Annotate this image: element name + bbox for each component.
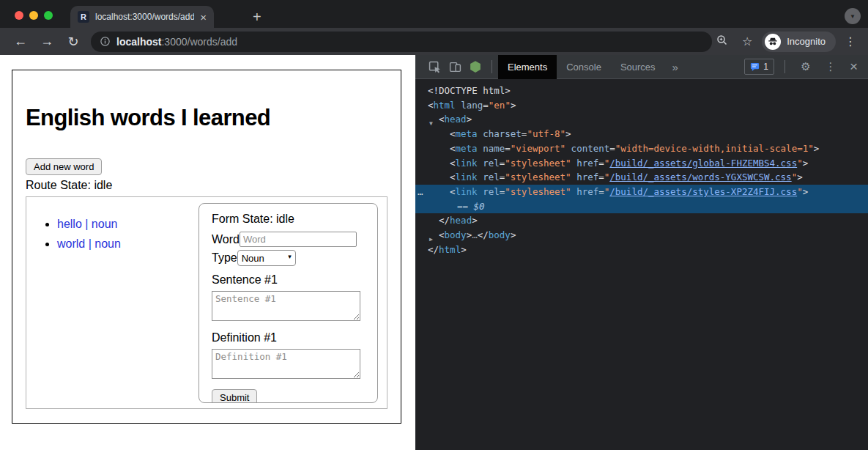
messages-count: 1 [763, 62, 768, 72]
url-text: localhost:3000/words/add [116, 36, 237, 48]
dom-tree-line[interactable]: ▶<body>…</body> [415, 228, 868, 243]
page-title: English words I learned [26, 105, 387, 131]
bookmark-star-icon[interactable]: ☆ [737, 34, 757, 48]
chat-bubble-icon [750, 62, 760, 72]
tab-search-button[interactable]: ▼ [845, 8, 861, 24]
devtools-toolbar: Elements Console Sources » 1 ⚙ ⋮ × [415, 55, 868, 79]
toolbar-divider [492, 60, 492, 73]
messages-badge[interactable]: 1 [744, 59, 774, 75]
dom-tree-line[interactable]: == $0 [415, 199, 868, 214]
close-window-button[interactable] [15, 11, 23, 20]
words-container: hello | noun world | noun Form State: id… [26, 196, 387, 409]
zoom-icon[interactable] [712, 34, 732, 49]
definition-label: Definition #1 [212, 331, 365, 344]
dom-tree-line[interactable]: </html> [415, 243, 868, 257]
page-info-icon[interactable] [100, 36, 111, 47]
tab-elements[interactable]: Elements [498, 55, 557, 79]
browser-menu-icon[interactable]: ⋮ [840, 34, 861, 48]
word-link[interactable]: world | noun [57, 237, 121, 250]
page-outer-box: English words I learned Add new word Rou… [12, 70, 401, 424]
submit-button[interactable]: Submit [212, 389, 257, 403]
minimize-window-button[interactable] [29, 11, 38, 20]
new-tab-button[interactable]: + [253, 7, 261, 27]
inspect-element-icon[interactable] [424, 61, 445, 73]
dom-tree-line[interactable]: <meta charset="utf-8"> [415, 127, 868, 141]
type-label: Type [212, 251, 237, 265]
dom-tree-line[interactable]: <link rel="stylesheet" href="/build/_ass… [415, 170, 868, 185]
dom-tree-line[interactable]: </head> [415, 213, 868, 228]
reload-button[interactable]: ↻ [60, 34, 86, 50]
tab-strip: R localhost:3000/words/add × + ▼ [0, 0, 868, 28]
incognito-icon [765, 34, 781, 50]
route-state-text: Route State: idle [26, 179, 387, 192]
remix-favicon-icon: R [78, 11, 89, 23]
tab-console[interactable]: Console [557, 55, 611, 79]
word-input[interactable] [240, 232, 357, 247]
tab-sources[interactable]: Sources [611, 55, 665, 79]
word-link[interactable]: hello | noun [57, 218, 117, 230]
dom-tree-line[interactable]: ▼<head> [415, 112, 868, 127]
device-toolbar-icon[interactable] [445, 61, 465, 73]
toolbar-divider [784, 60, 785, 73]
word-label: Word [212, 233, 240, 246]
forward-button[interactable]: → [34, 34, 60, 49]
node-overflow-icon[interactable]: … [418, 185, 423, 199]
dom-tree-line[interactable]: <!DOCTYPE html> [415, 84, 868, 98]
tab-title: localhost:3000/words/add [95, 12, 194, 22]
add-word-form: Form State: idle Word Type Noun ▾ [199, 203, 378, 403]
maximize-window-button[interactable] [44, 11, 53, 20]
dom-tree-line[interactable]: <meta name="viewport" content="width=dev… [415, 141, 868, 156]
node-debug-hexagon-icon[interactable] [465, 60, 486, 73]
dom-tree-line[interactable]: …<link rel="stylesheet" href="/build/_as… [415, 185, 868, 199]
definition-textarea[interactable] [212, 349, 360, 379]
incognito-badge: Incognito [762, 32, 836, 52]
close-devtools-icon[interactable]: × [845, 59, 862, 75]
devtools-toolbar-right: 1 ⚙ ⋮ × [744, 59, 868, 75]
tab-close-icon[interactable]: × [200, 12, 207, 23]
add-new-word-button[interactable]: Add new word [26, 158, 102, 175]
web-page-viewport: English words I learned Add new word Rou… [0, 55, 415, 450]
back-button[interactable]: ← [7, 34, 34, 49]
form-state-text: Form State: idle [212, 213, 365, 226]
gear-icon[interactable]: ⚙ [795, 60, 816, 73]
address-bar-row: ← → ↻ localhost:3000/words/add ☆ [0, 28, 868, 55]
type-select[interactable]: Noun [237, 250, 296, 266]
dom-tree-line[interactable]: <html lang="en"> [415, 98, 868, 113]
sentence-textarea[interactable] [212, 291, 360, 321]
more-tabs-icon[interactable]: » [665, 61, 686, 73]
devtools-menu-icon[interactable]: ⋮ [820, 60, 841, 73]
window-controls [15, 11, 53, 20]
sentence-label: Sentence #1 [212, 273, 365, 287]
dom-tree: <!DOCTYPE html><html lang="en">▼<head><m… [415, 79, 868, 450]
browser-tab[interactable]: R localhost:3000/words/add × [70, 6, 214, 28]
address-bar-actions: ☆ Incognito ⋮ [712, 32, 861, 52]
url-input[interactable]: localhost:3000/words/add [91, 32, 712, 52]
devtools-panel: Elements Console Sources » 1 ⚙ ⋮ × [415, 55, 868, 450]
dom-tree-line[interactable]: <link rel="stylesheet" href="/build/_ass… [415, 156, 868, 171]
